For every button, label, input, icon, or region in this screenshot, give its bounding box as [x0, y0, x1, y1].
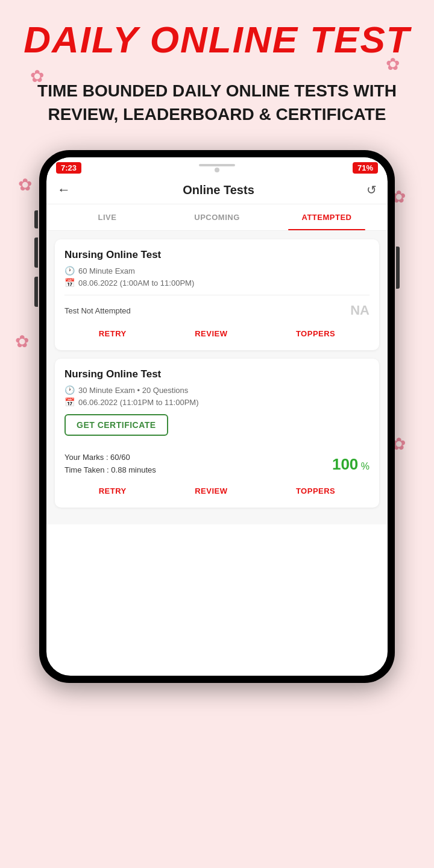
status-dot — [215, 168, 219, 172]
app-title: Online Tests — [183, 183, 254, 197]
na-badge-1: NA — [350, 303, 370, 318]
review-button-2[interactable]: REVIEW — [187, 484, 234, 498]
test-duration-1: 🕐 60 Minute Exam — [64, 266, 370, 275]
retry-button-1[interactable]: RETRY — [92, 327, 134, 341]
tab-attempted[interactable]: ATTEMPTED — [272, 204, 382, 230]
status-row-1: Test Not Attempted NA — [64, 303, 370, 318]
status-battery: 71% — [353, 162, 378, 174]
test-name-2: Nursing Online Test — [64, 368, 370, 380]
percent-sign-2: % — [361, 461, 370, 471]
phone-screen: 7:23 71% ← Online Tests ↺ LIVE UPCOMING … — [46, 157, 388, 676]
tab-live[interactable]: LIVE — [52, 204, 162, 230]
test-card-2: Nursing Online Test 🕐 30 Minute Exam • 2… — [55, 359, 379, 508]
test-date-2: 📅 06.06.2022 (11:01PM to 11:00PM) — [64, 397, 370, 407]
retry-button-2[interactable]: RETRY — [92, 484, 134, 498]
action-row-1: RETRY REVIEW TOPPERS — [64, 324, 370, 341]
action-row-2: RETRY REVIEW TOPPERS — [64, 482, 370, 498]
volume-down-button — [34, 237, 38, 268]
phone-mockup: 7:23 71% ← Online Tests ↺ LIVE UPCOMING … — [39, 150, 395, 683]
tab-upcoming[interactable]: UPCOMING — [162, 204, 272, 230]
status-pill — [199, 164, 235, 166]
toppers-button-1[interactable]: TOPPERS — [289, 327, 342, 341]
status-bar: 7:23 71% — [46, 157, 388, 176]
content-area: Nursing Online Test 🕐 60 Minute Exam 📅 0… — [46, 231, 388, 524]
status-center — [199, 164, 235, 172]
back-button[interactable]: ← — [57, 182, 71, 198]
test-name-1: Nursing Online Test — [64, 249, 370, 261]
app-header: ← Online Tests ↺ — [46, 176, 388, 204]
tabs-bar: LIVE UPCOMING ATTEMPTED — [46, 204, 388, 231]
review-button-1[interactable]: REVIEW — [187, 327, 234, 341]
calendar-icon-1: 📅 — [64, 278, 75, 288]
score-row-2: Your Marks : 60/60Time Taken : 0.88 minu… — [64, 451, 370, 477]
page-title: DAILY ONLINE TEST — [0, 0, 434, 67]
flower-3: ✿ — [18, 175, 32, 195]
card-divider-1 — [64, 295, 370, 295]
test-card-1: Nursing Online Test 🕐 60 Minute Exam 📅 0… — [55, 239, 379, 350]
get-certificate-button[interactable]: GET CERTIFICATE — [64, 414, 168, 436]
power-button — [396, 247, 400, 289]
clock-icon-2: 🕐 — [64, 385, 75, 395]
test-duration-2: 🕐 30 Minute Exam • 20 Questions — [64, 385, 370, 395]
score-percent-2: 100 — [332, 455, 358, 473]
refresh-button[interactable]: ↺ — [366, 183, 377, 197]
calendar-icon-2: 📅 — [64, 397, 75, 407]
flower-7: ✿ — [15, 332, 29, 351]
toppers-button-2[interactable]: TOPPERS — [289, 484, 342, 498]
score-percent-container: 100 % — [332, 455, 370, 474]
test-date-1: 📅 08.06.2022 (1:00AM to 11:00PM) — [64, 278, 370, 288]
volume-up-button — [34, 210, 38, 228]
page-subtitle: TIME BOUNDED DAILY ONLINE TESTS WITH REV… — [0, 67, 434, 132]
marks-text: Your Marks : 60/60Time Taken : 0.88 minu… — [64, 451, 156, 477]
status-time: 7:23 — [56, 162, 81, 174]
clock-icon-1: 🕐 — [64, 266, 75, 275]
test-status-1: Test Not Attempted — [64, 306, 131, 315]
silent-button — [34, 277, 38, 307]
